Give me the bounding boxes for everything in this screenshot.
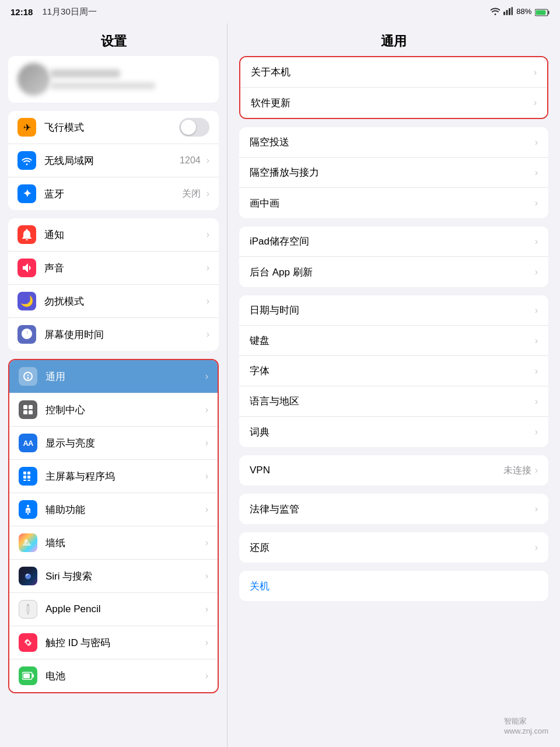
sound-label: 声音 <box>44 261 204 275</box>
sidebar-item-applepencil[interactable]: Apple Pencil › <box>9 593 218 626</box>
right-item-backgroundapp[interactable]: 后台 App 刷新 › <box>239 257 548 287</box>
bluetooth-icon: ✦ <box>18 184 36 203</box>
right-item-storage[interactable]: iPad储存空间 › <box>239 226 548 257</box>
right-item-softwareupdate[interactable]: 软件更新 › <box>240 88 547 118</box>
wifi-icon <box>491 7 500 17</box>
profile-section[interactable] <box>8 56 219 103</box>
airplane-label: 飞行模式 <box>44 121 179 134</box>
right-item-about[interactable]: 关于本机 › <box>240 57 547 88</box>
fonts-chevron: › <box>535 366 538 376</box>
donotdisturb-chevron: › <box>206 296 209 306</box>
right-item-pip[interactable]: 画中画 › <box>239 188 548 218</box>
sidebar-item-wifi[interactable]: 无线局域网 1204 › <box>8 144 219 177</box>
sound-icon <box>18 259 36 277</box>
applepencil-icon <box>19 600 37 619</box>
sidebar-item-battery[interactable]: 电池 › <box>9 659 218 692</box>
sidebar-item-wallpaper[interactable]: 墙纸 › <box>9 526 218 560</box>
storage-chevron: › <box>535 236 538 247</box>
sidebar-item-bluetooth[interactable]: ✦ 蓝牙 关闭 › <box>8 177 219 210</box>
keyboard-label: 键盘 <box>250 334 535 347</box>
profile-item[interactable] <box>8 56 219 103</box>
notification-chevron: › <box>206 229 209 240</box>
right-item-keyboard[interactable]: 键盘 › <box>239 326 548 356</box>
wifi-settings-icon <box>18 151 36 170</box>
wallpaper-icon <box>19 533 37 552</box>
sidebar-item-general[interactable]: 通用 › <box>9 360 218 393</box>
touchid-label: 触控 ID 与密码 <box>46 636 203 650</box>
shutdown-group: 关机 <box>239 571 548 601</box>
wifi-label: 无线局域网 <box>44 154 180 167</box>
sidebar-item-donotdisturb[interactable]: 🌙 勿扰模式 › <box>8 285 219 318</box>
airplay-chevron: › <box>535 167 538 178</box>
sidebar-item-homescreen[interactable]: 主屏幕与程序坞 › <box>9 460 218 493</box>
general-label: 通用 <box>46 370 203 383</box>
sidebar-item-screentime[interactable]: 屏幕使用时间 › <box>8 318 219 351</box>
sidebar-item-accessibility[interactable]: 辅助功能 › <box>9 493 218 526</box>
right-item-language[interactable]: 语言与地区 › <box>239 386 548 417</box>
svg-rect-8 <box>29 405 33 409</box>
airdrop-label: 隔空投送 <box>250 135 535 149</box>
airplane-toggle[interactable] <box>179 118 209 137</box>
right-item-legal[interactable]: 法律与监管 › <box>239 494 548 524</box>
bluetooth-value: 关闭 <box>182 188 201 200</box>
svg-rect-7 <box>23 405 27 409</box>
screentime-icon <box>18 325 36 344</box>
general-icon <box>19 367 37 386</box>
sidebar-item-sound[interactable]: 声音 › <box>8 252 219 285</box>
sidebar-item-controlcenter[interactable]: 控制中心 › <box>9 393 218 427</box>
homescreen-label: 主屏幕与程序坞 <box>46 470 203 483</box>
language-label: 语言与地区 <box>250 395 535 408</box>
fonts-label: 字体 <box>250 364 535 378</box>
softwareupdate-chevron: › <box>534 97 537 108</box>
display-chevron: › <box>205 438 208 448</box>
screentime-label: 屏幕使用时间 <box>44 328 204 341</box>
shutdown-label: 关机 <box>250 580 538 593</box>
dictionary-label: 词典 <box>250 425 535 439</box>
right-item-vpn[interactable]: VPN 未连接 › <box>239 455 548 486</box>
datetime-chevron: › <box>535 305 538 316</box>
svg-rect-15 <box>23 480 26 481</box>
sidebar-item-notification[interactable]: 通知 › <box>8 218 219 252</box>
watermark-brand: 智能家 <box>504 716 548 727</box>
right-item-airdrop[interactable]: 隔空投送 › <box>239 127 548 158</box>
notification-icon <box>18 225 36 244</box>
legal-label: 法律与监管 <box>250 502 535 516</box>
right-item-airplay[interactable]: 隔空播放与接力 › <box>239 158 548 188</box>
airplay-label: 隔空播放与接力 <box>250 166 535 179</box>
right-item-shutdown[interactable]: 关机 <box>239 571 548 601</box>
sidebar-item-siri[interactable]: Siri 与搜索 › <box>9 560 218 593</box>
svg-point-17 <box>27 505 29 507</box>
svg-rect-2 <box>509 8 510 15</box>
controlcenter-label: 控制中心 <box>46 403 203 417</box>
right-item-dictionary[interactable]: 词典 › <box>239 417 548 447</box>
right-item-fonts[interactable]: 字体 › <box>239 356 548 386</box>
display-label: 显示与亮度 <box>46 437 203 450</box>
right-item-reset[interactable]: 还原 › <box>239 532 548 563</box>
svg-rect-24 <box>23 673 30 678</box>
vpn-chevron: › <box>535 465 538 476</box>
right-item-datetime[interactable]: 日期与时间 › <box>239 295 548 326</box>
sidebar-item-touchid[interactable]: 触控 ID 与密码 › <box>9 626 218 659</box>
sidebar-item-display[interactable]: AA 显示与亮度 › <box>9 427 218 460</box>
sidebar-item-airplane[interactable]: ✈ 飞行模式 <box>8 111 219 144</box>
svg-rect-13 <box>23 476 26 479</box>
airplane-icon: ✈ <box>18 118 36 137</box>
controlcenter-chevron: › <box>205 404 208 415</box>
right-panel: 通用 关于本机 › 软件更新 › 隔空投送 › 隔空播放与接力 › 画中画 <box>228 23 560 747</box>
time: 12:18 <box>10 7 33 17</box>
svg-rect-5 <box>548 11 550 14</box>
keyboard-chevron: › <box>535 336 538 346</box>
siri-icon <box>19 567 37 585</box>
svg-rect-20 <box>27 606 30 613</box>
svg-rect-1 <box>506 10 508 15</box>
donotdisturb-label: 勿扰模式 <box>44 295 204 308</box>
accessibility-label: 辅助功能 <box>46 503 203 516</box>
applepencil-label: Apple Pencil <box>46 603 203 615</box>
datetime-group: 日期与时间 › 键盘 › 字体 › 语言与地区 › 词典 › <box>239 295 548 447</box>
svg-rect-0 <box>503 12 505 15</box>
svg-rect-16 <box>27 480 30 481</box>
pip-chevron: › <box>535 198 538 208</box>
siri-chevron: › <box>205 571 208 581</box>
left-panel: 设置 ✈ 飞行模式 无线局域网 120 <box>0 23 228 747</box>
wifi-chevron: › <box>206 155 209 166</box>
